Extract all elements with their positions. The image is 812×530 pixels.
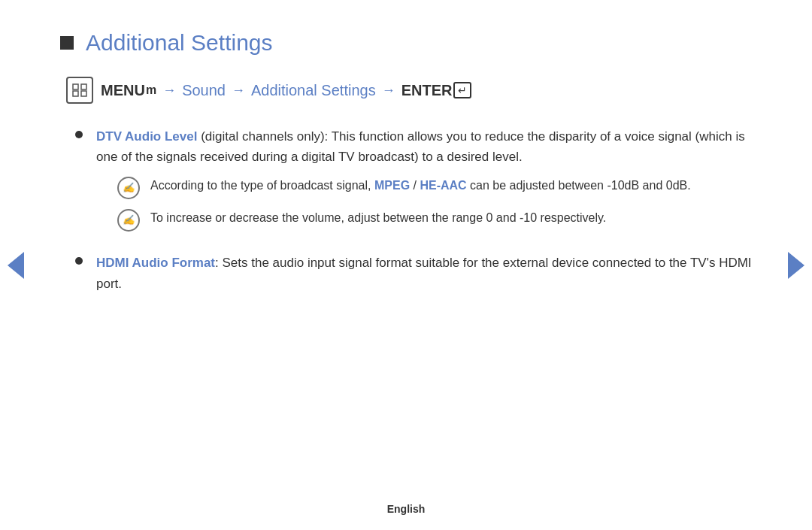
menu-arrow-2: → xyxy=(232,83,245,98)
title-section: Additional Settings xyxy=(60,30,752,56)
menu-arrow-3: → xyxy=(382,83,395,98)
menu-sound-link[interactable]: Sound xyxy=(182,82,226,99)
note-content-2: To increase or decrease the volume, adju… xyxy=(150,208,606,228)
menu-enter-label: ENTER xyxy=(401,82,453,99)
menu-suffix: m xyxy=(146,83,156,97)
heaac-highlight: HE-AAC xyxy=(420,179,466,192)
dtv-highlight: DTV Audio Level xyxy=(96,129,197,144)
menu-arrow-1: → xyxy=(162,83,176,98)
footer-language: English xyxy=(387,503,426,515)
page-container: Additional Settings MENU m → Sound → Add… xyxy=(0,0,812,530)
bullet-dot-icon xyxy=(75,257,83,265)
nav-next-button[interactable] xyxy=(788,252,804,279)
note-icon-1: ✍ xyxy=(117,177,140,199)
svg-rect-1 xyxy=(81,84,86,89)
menu-icon xyxy=(66,77,93,104)
svg-rect-3 xyxy=(81,91,86,96)
page-title: Additional Settings xyxy=(86,30,273,56)
menu-label: MENU xyxy=(101,82,145,99)
svg-rect-0 xyxy=(73,84,78,89)
note-content-1: According to the type of broadcast signa… xyxy=(150,176,691,195)
note-item-1: ✍ According to the type of broadcast sig… xyxy=(96,176,752,199)
nav-prev-button[interactable] xyxy=(8,252,24,279)
content-area: DTV Audio Level (digital channels only):… xyxy=(60,126,752,294)
hdmi-highlight: HDMI Audio Format xyxy=(96,256,215,270)
note-item-2: ✍ To increase or decrease the volume, ad… xyxy=(96,208,752,232)
title-square-icon xyxy=(60,36,74,50)
list-item: HDMI Audio Format: Sets the audio input … xyxy=(75,253,752,293)
bullet-dot-icon xyxy=(75,131,83,138)
menu-path: MENU m → Sound → Additional Settings → E… xyxy=(60,77,752,104)
enter-icon: ↵ xyxy=(453,82,471,98)
bullet-content-hdmi: HDMI Audio Format: Sets the audio input … xyxy=(96,253,752,293)
note-icon-2: ✍ xyxy=(117,209,140,232)
svg-rect-2 xyxy=(73,91,78,96)
bullet-content-dtv: DTV Audio Level (digital channels only):… xyxy=(96,126,752,238)
list-item: DTV Audio Level (digital channels only):… xyxy=(75,126,752,238)
menu-additional-link[interactable]: Additional Settings xyxy=(251,82,376,99)
mpeg-highlight: MPEG xyxy=(374,179,410,192)
